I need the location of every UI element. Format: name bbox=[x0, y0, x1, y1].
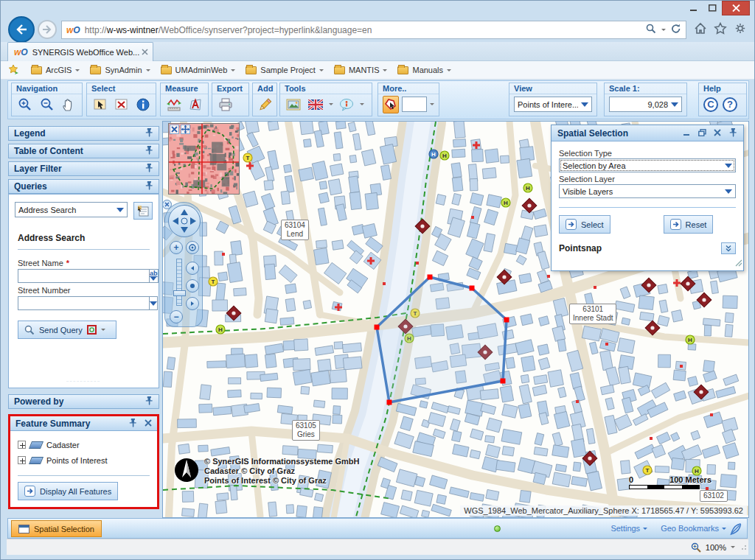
favorites-item-umadminweb[interactable]: UMAdminWeb bbox=[161, 66, 236, 74]
minimize-panel-icon[interactable] bbox=[683, 128, 691, 139]
home-icon[interactable] bbox=[694, 22, 707, 38]
pan-button[interactable] bbox=[60, 96, 77, 113]
back-button[interactable] bbox=[8, 16, 35, 43]
close-panel-icon[interactable] bbox=[145, 419, 152, 429]
refresh-icon[interactable] bbox=[671, 24, 681, 36]
pin-icon[interactable] bbox=[145, 181, 153, 192]
spatial-selection-tool-button[interactable] bbox=[383, 96, 399, 113]
view-select[interactable]: Points of Intere... bbox=[514, 97, 592, 112]
query-select[interactable]: Address Search bbox=[15, 202, 128, 217]
language-dropdown-icon[interactable] bbox=[329, 103, 333, 105]
reset-button[interactable]: Reset bbox=[664, 215, 714, 234]
tree-item-points-of-interest[interactable]: Points of Interest bbox=[10, 452, 157, 468]
tab-weboffice[interactable]: wO SYNERGIS WebOffice Web... bbox=[7, 42, 153, 61]
scale-select[interactable]: 9,028 bbox=[609, 97, 682, 112]
panel-resize-handle[interactable]: ¨¨¨¨¨¨¨¨¨¨ bbox=[66, 381, 101, 385]
panel-header-queries[interactable]: Queries bbox=[8, 179, 159, 194]
print-button[interactable] bbox=[217, 96, 234, 113]
measure-distance-button[interactable] bbox=[165, 96, 182, 113]
maximize-button[interactable] bbox=[703, 1, 721, 15]
pin-icon[interactable] bbox=[145, 163, 153, 175]
zoom-slider[interactable] bbox=[176, 259, 182, 306]
expand-pointsnap-button[interactable] bbox=[721, 242, 736, 254]
search-icon[interactable] bbox=[646, 24, 656, 36]
browser-zoom-control[interactable]: 100% bbox=[691, 539, 735, 555]
zoom-in-control[interactable]: + bbox=[170, 241, 183, 254]
selection-layer-select[interactable]: Visible Layers bbox=[559, 184, 736, 198]
feedback-button[interactable] bbox=[338, 96, 355, 113]
window-resize-grip[interactable] bbox=[740, 540, 747, 553]
search-dropdown-icon[interactable] bbox=[661, 29, 666, 31]
tab-close-icon[interactable] bbox=[142, 48, 148, 57]
title-bar[interactable] bbox=[1, 1, 754, 20]
pin-icon[interactable] bbox=[728, 127, 737, 139]
panel-header-feature-summary[interactable]: Feature Summary bbox=[10, 416, 157, 431]
favorites-item-synadmin[interactable]: SynAdmin bbox=[90, 66, 150, 74]
settings-gear-icon[interactable] bbox=[734, 22, 747, 38]
favorites-item-arcgis[interactable]: ArcGIS bbox=[31, 66, 80, 74]
display-all-features-button[interactable]: Display All Features bbox=[18, 482, 118, 500]
favorites-star-icon[interactable] bbox=[714, 22, 727, 38]
restore-panel-icon[interactable] bbox=[698, 128, 706, 139]
overview-move-icon[interactable] bbox=[181, 125, 190, 134]
quill-pen-icon[interactable] bbox=[729, 522, 742, 539]
close-panel-icon[interactable] bbox=[714, 128, 721, 139]
forward-button[interactable] bbox=[38, 20, 57, 39]
clear-selection-button[interactable] bbox=[113, 96, 130, 113]
spatial-selection-task-button[interactable]: Spatial Selection bbox=[11, 520, 102, 537]
query-form-icon-button[interactable] bbox=[133, 202, 153, 220]
view-favorites-icon[interactable] bbox=[8, 64, 21, 77]
geo-bookmarks-menu[interactable]: Geo Bookmarks bbox=[661, 524, 726, 533]
street-number-input[interactable] bbox=[18, 296, 150, 310]
expand-icon[interactable] bbox=[18, 456, 26, 464]
minimize-button[interactable] bbox=[685, 1, 703, 15]
center-control[interactable] bbox=[186, 279, 199, 293]
expand-icon[interactable] bbox=[18, 441, 26, 449]
next-extent-control[interactable] bbox=[186, 297, 199, 310]
pin-icon[interactable] bbox=[145, 145, 153, 157]
redline-pencil-button[interactable] bbox=[257, 96, 272, 113]
screenshot-button[interactable] bbox=[285, 96, 302, 113]
panel-resize-grip[interactable] bbox=[735, 256, 742, 270]
street-name-suggest-button[interactable]: ab bbox=[150, 269, 159, 283]
question-button[interactable]: ? bbox=[723, 97, 737, 112]
pin-icon[interactable] bbox=[145, 396, 153, 407]
spatial-selection-panel-header[interactable]: Spatial Selection bbox=[552, 125, 743, 141]
feedback-dropdown-icon[interactable] bbox=[360, 103, 364, 105]
favorites-item-manuals[interactable]: Manuals bbox=[397, 66, 451, 74]
selection-type-select[interactable]: Selection by Area bbox=[559, 158, 736, 172]
overview-close-icon[interactable] bbox=[170, 125, 179, 134]
overview-map[interactable] bbox=[168, 123, 240, 195]
more-dropdown-icon[interactable] bbox=[430, 103, 434, 105]
zoom-out-button[interactable] bbox=[38, 96, 56, 113]
select-button[interactable]: Select bbox=[559, 215, 610, 234]
settings-menu[interactable]: Settings bbox=[610, 524, 647, 533]
select-features-button[interactable] bbox=[91, 96, 108, 113]
favorites-item-sample-project[interactable]: Sample Project bbox=[246, 66, 324, 74]
measure-area-button[interactable] bbox=[187, 96, 203, 113]
full-extent-control[interactable] bbox=[186, 241, 199, 254]
contact-button[interactable]: C bbox=[703, 97, 718, 112]
pin-icon[interactable] bbox=[128, 418, 137, 430]
url-field[interactable]: wO http://w-ws-wintner/WebOffice/synserv… bbox=[61, 21, 686, 39]
zoom-slider-handle[interactable] bbox=[173, 290, 186, 296]
panel-header-powered-by[interactable]: Powered by bbox=[8, 394, 159, 409]
previous-extent-control[interactable] bbox=[186, 262, 199, 275]
panel-header-layer-filter[interactable]: Layer Filter bbox=[8, 161, 159, 176]
close-button[interactable] bbox=[722, 1, 750, 15]
language-flag-button[interactable] bbox=[307, 96, 324, 113]
zoom-out-control[interactable]: − bbox=[170, 310, 183, 323]
identify-button[interactable] bbox=[134, 96, 151, 113]
zoom-in-button[interactable] bbox=[16, 96, 34, 113]
send-query-button[interactable]: Send Query bbox=[18, 321, 116, 339]
street-name-input[interactable] bbox=[18, 269, 150, 283]
panel-header-legend[interactable]: Legend bbox=[8, 126, 159, 141]
pin-icon[interactable] bbox=[145, 127, 153, 139]
tree-item-cadaster[interactable]: Cadaster bbox=[10, 437, 157, 452]
compass-pan-control[interactable] bbox=[168, 205, 201, 237]
street-number-dropdown-button[interactable] bbox=[150, 296, 158, 310]
more-tool-value-box[interactable] bbox=[402, 97, 427, 112]
map-viewport[interactable]: TTTTHHHHHHHH 63104Lend 63101Innere Stadt… bbox=[162, 121, 749, 518]
panel-header-table-of-content[interactable]: Table of Content bbox=[8, 144, 159, 158]
favorites-item-mantis[interactable]: MANTIS bbox=[334, 66, 388, 74]
